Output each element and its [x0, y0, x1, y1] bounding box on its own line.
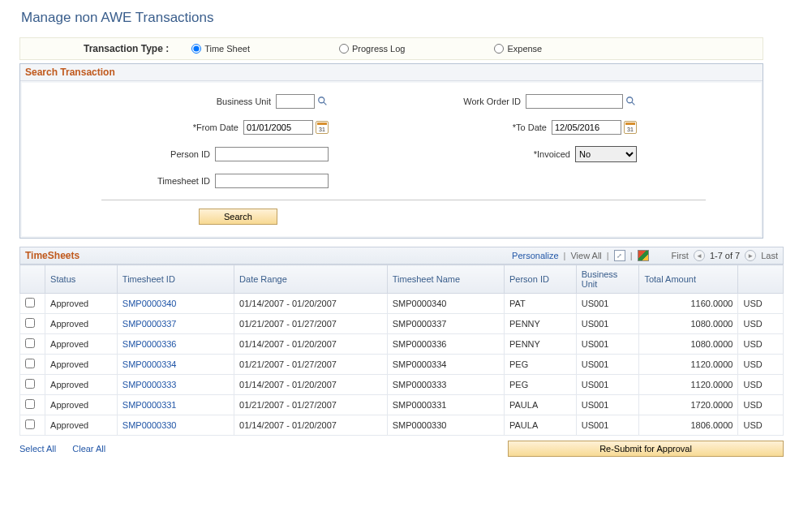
row-checkbox[interactable] — [25, 379, 35, 389]
row-date-range: 01/21/2007 - 01/27/2007 — [234, 314, 388, 334]
table-row: ApprovedSMP000033701/21/2007 - 01/27/200… — [20, 314, 784, 334]
col-date-range[interactable]: Date Range — [234, 265, 388, 294]
calendar-icon[interactable] — [624, 121, 637, 134]
col-total-amount[interactable]: Total Amount — [639, 265, 738, 294]
timesheet-link[interactable]: SMP0000331 — [122, 400, 177, 410]
timesheets-grid: TimeSheets Personalize | View All | ⤢ | … — [19, 247, 784, 436]
row-business-unit: US001 — [576, 355, 639, 375]
row-checkbox-cell — [20, 334, 45, 355]
radio-timesheet-input[interactable] — [191, 44, 201, 54]
row-person-id: PAULA — [504, 395, 576, 415]
row-timesheet-id: SMP0000337 — [117, 314, 234, 334]
radio-expense-input[interactable] — [494, 44, 504, 54]
table-row: ApprovedSMP000033001/14/2007 - 01/20/200… — [20, 415, 784, 436]
radio-expense[interactable]: Expense — [494, 44, 542, 54]
timesheet-link[interactable]: SMP0000337 — [122, 319, 177, 329]
col-status[interactable]: Status — [45, 265, 118, 294]
download-spreadsheet-icon[interactable] — [638, 250, 649, 261]
row-status: Approved — [45, 395, 118, 415]
col-timesheet-id[interactable]: Timesheet ID — [117, 265, 234, 294]
radio-progress[interactable]: Progress Log — [339, 44, 405, 54]
radio-progress-label: Progress Log — [352, 44, 405, 54]
row-status: Approved — [45, 294, 118, 314]
radio-expense-label: Expense — [507, 44, 542, 54]
row-date-range: 01/21/2007 - 01/27/2007 — [234, 355, 388, 375]
row-business-unit: US001 — [576, 375, 639, 395]
row-date-range: 01/14/2007 - 01/20/2007 — [234, 334, 388, 355]
nav-next-icon[interactable]: ► — [745, 250, 756, 261]
row-checkbox[interactable] — [25, 298, 35, 308]
nav-prev-icon[interactable]: ◄ — [694, 250, 705, 261]
row-timesheet-id: SMP0000331 — [117, 395, 234, 415]
work-order-id-input[interactable] — [526, 94, 623, 109]
row-timesheet-name: SMP0000333 — [387, 375, 504, 395]
row-checkbox[interactable] — [25, 318, 35, 328]
row-checkbox[interactable] — [25, 359, 35, 368]
person-id-label: Person ID — [170, 149, 210, 159]
grid-title: TimeSheets — [25, 250, 512, 261]
view-all-link[interactable]: View All — [570, 251, 601, 260]
col-checkbox — [20, 265, 45, 294]
timesheet-id-label: Timesheet ID — [157, 176, 210, 186]
search-button[interactable]: Search — [199, 209, 277, 225]
row-total-amount: 1080.0000 — [639, 334, 738, 355]
invoiced-select[interactable]: No — [575, 146, 637, 162]
person-id-input[interactable] — [215, 147, 329, 161]
nav-last[interactable]: Last — [761, 251, 778, 260]
row-checkbox-cell — [20, 314, 45, 334]
row-status: Approved — [45, 415, 118, 436]
row-timesheet-id: SMP0000330 — [117, 415, 234, 436]
clear-all-link[interactable]: Clear All — [72, 444, 105, 454]
row-status: Approved — [45, 375, 118, 395]
radio-timesheet[interactable]: Time Sheet — [191, 44, 250, 54]
row-checkbox[interactable] — [25, 338, 35, 348]
select-all-link[interactable]: Select All — [19, 444, 56, 454]
row-timesheet-name: SMP0000336 — [387, 334, 504, 355]
from-date-label: *From Date — [193, 123, 238, 132]
lookup-icon[interactable] — [317, 96, 329, 107]
timesheet-link[interactable]: SMP0000333 — [122, 380, 177, 389]
row-checkbox-cell — [20, 355, 45, 375]
table-row: ApprovedSMP000034001/14/2007 - 01/20/200… — [20, 294, 784, 314]
lookup-icon[interactable] — [625, 96, 637, 107]
grid-header-bar: TimeSheets Personalize | View All | ⤢ | … — [19, 247, 784, 264]
work-order-id-label: Work Order ID — [463, 97, 521, 106]
zoom-icon[interactable]: ⤢ — [614, 250, 625, 261]
col-timesheet-name[interactable]: Timesheet Name — [387, 265, 504, 294]
transaction-type-label: Transaction Type : — [84, 43, 169, 54]
row-person-id: PENNY — [504, 334, 576, 355]
nav-first[interactable]: First — [672, 251, 689, 260]
row-total-amount: 1080.0000 — [639, 314, 738, 334]
row-checkbox[interactable] — [25, 419, 35, 429]
row-timesheet-name: SMP0000340 — [387, 294, 504, 314]
timesheet-link[interactable]: SMP0000336 — [122, 339, 177, 349]
row-currency: USD — [738, 294, 784, 314]
transaction-type-bar: Transaction Type : Time Sheet Progress L… — [19, 37, 763, 60]
row-total-amount: 1160.0000 — [639, 294, 738, 314]
table-row: ApprovedSMP000033101/21/2007 - 01/27/200… — [20, 395, 784, 415]
timesheet-link[interactable]: SMP0000330 — [122, 420, 177, 430]
row-person-id: PAULA — [504, 415, 576, 436]
timesheet-link[interactable]: SMP0000334 — [122, 359, 177, 369]
table-header-row: Status Timesheet ID Date Range Timesheet… — [20, 265, 784, 294]
resubmit-button[interactable]: Re-Submit for Approval — [508, 441, 784, 457]
personalize-link[interactable]: Personalize — [512, 251, 558, 260]
actions-row: Select All Clear All Re-Submit for Appro… — [19, 441, 784, 457]
row-person-id: PENNY — [504, 314, 576, 334]
col-person-id[interactable]: Person ID — [504, 265, 576, 294]
row-checkbox[interactable] — [25, 399, 35, 409]
svg-point-2 — [627, 97, 633, 103]
row-date-range: 01/14/2007 - 01/20/2007 — [234, 375, 388, 395]
row-currency: USD — [738, 314, 784, 334]
row-timesheet-name: SMP0000337 — [387, 314, 504, 334]
business-unit-input[interactable] — [276, 94, 315, 109]
col-business-unit[interactable]: Business Unit — [576, 265, 639, 294]
radio-progress-input[interactable] — [339, 44, 349, 54]
calendar-icon[interactable] — [316, 121, 329, 134]
table-row: ApprovedSMP000033401/21/2007 - 01/27/200… — [20, 355, 784, 375]
from-date-input[interactable] — [243, 120, 313, 135]
row-status: Approved — [45, 334, 118, 355]
to-date-input[interactable] — [552, 120, 621, 135]
timesheet-link[interactable]: SMP0000340 — [122, 299, 177, 308]
timesheet-id-input[interactable] — [215, 174, 329, 188]
